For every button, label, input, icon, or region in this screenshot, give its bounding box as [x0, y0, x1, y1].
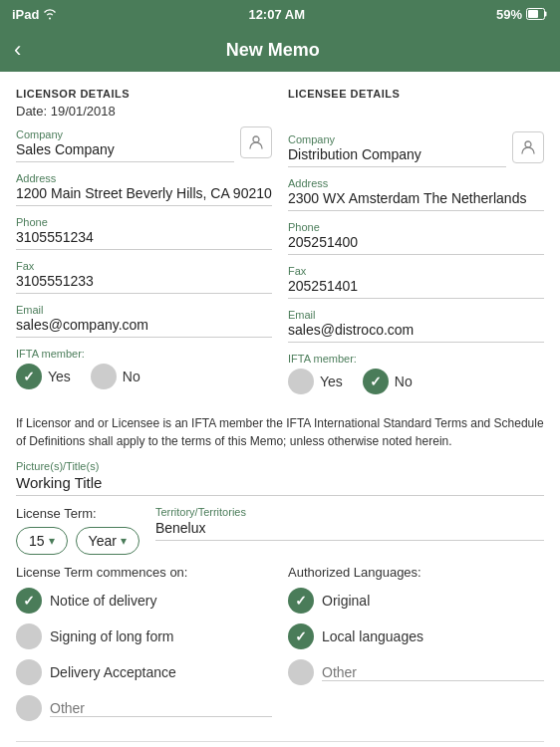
licensor-phone-label: Phone [16, 216, 272, 228]
svg-point-4 [525, 141, 531, 147]
status-right: 59% [496, 7, 548, 22]
licensee-company-value: Distribution Company [288, 146, 506, 167]
device-label: iPad [12, 7, 39, 22]
authorized-languages-title: Authorized Languages: [288, 565, 544, 580]
licensor-company-icon[interactable] [240, 126, 272, 158]
licensee-ifta-label: IFTA member: [288, 353, 544, 365]
check-local-circle [288, 623, 314, 649]
licensee-ifta-yes-label: Yes [320, 374, 343, 389]
check-signing-circle [16, 623, 42, 649]
licensor-fax-value: 3105551233 [16, 273, 272, 294]
licensee-email-group: Email sales@distroco.com [288, 309, 544, 343]
territory-value: Benelux [155, 520, 544, 541]
license-term-commences-title: License Term commences on: [16, 565, 272, 580]
licensee-address-group: Address 2300 WX Amsterdam The Netherland… [288, 177, 544, 211]
license-term-dropdowns: 15 ▾ Year ▾ [16, 527, 140, 555]
licensor-ifta-no-circle [91, 364, 117, 389]
licensee-ifta-group: IFTA member: Yes No [288, 353, 544, 394]
licensee-section-title: LICENSEE DETAILS [288, 88, 544, 100]
page-title: New Memo [31, 40, 514, 61]
check-original[interactable]: Original [288, 588, 544, 614]
licensee-address-label: Address [288, 177, 544, 189]
status-left: iPad [12, 7, 57, 22]
license-term-label: License Term: [16, 506, 140, 521]
licensee-ifta-yes[interactable]: Yes [288, 369, 343, 394]
licensor-ifta-yes-circle [16, 364, 42, 389]
licensor-ifta-yes-label: Yes [48, 369, 71, 384]
wifi-icon [43, 8, 57, 20]
territory-label: Territory/Territories [155, 506, 544, 518]
check-other-lang-circle [288, 659, 314, 685]
licensee-email-value: sales@distroco.com [288, 322, 544, 343]
check-original-circle [288, 588, 314, 614]
check-signing-long-form[interactable]: Signing of long form [16, 623, 272, 649]
licensor-ifta-label: IFTA member: [16, 348, 272, 360]
licensor-company-value: Sales Company [16, 141, 234, 162]
licensee-column: LICENSEE DETAILS Company Distribution Co… [288, 88, 544, 404]
licensor-date: Date: 19/01/2018 [16, 104, 272, 119]
nav-bar: ‹ New Memo [0, 28, 560, 72]
licensee-fax-value: 205251401 [288, 278, 544, 299]
picture-title-label: Picture(s)/Title(s) [16, 460, 544, 472]
licensee-company-icon[interactable] [512, 131, 544, 163]
licensor-phone-value: 3105551234 [16, 229, 272, 250]
license-term-period-dropdown[interactable]: Year ▾ [76, 527, 140, 555]
licensor-phone-group: Phone 3105551234 [16, 216, 272, 250]
check-other-commences-input[interactable] [50, 700, 272, 717]
licensee-ifta-row: Yes No [288, 369, 544, 394]
licensor-email-group: Email sales@company.com [16, 304, 272, 338]
check-local-languages[interactable]: Local languages [288, 623, 544, 649]
status-bar: iPad 12:07 AM 59% [0, 0, 560, 28]
licensee-phone-label: Phone [288, 221, 544, 233]
license-term-period-value: Year [89, 533, 117, 549]
licensor-ifta-group: IFTA member: Yes No [16, 348, 272, 389]
licensor-email-value: sales@company.com [16, 317, 272, 338]
licensee-company-label: Company [288, 133, 506, 145]
svg-point-3 [253, 136, 259, 142]
licensor-section-title: LICENSOR DETAILS [16, 88, 272, 100]
divider [16, 741, 544, 742]
back-button[interactable]: ‹ [14, 37, 21, 63]
license-term-block: License Term: 15 ▾ Year ▾ [16, 506, 140, 555]
licensor-fax-label: Fax [16, 260, 272, 272]
license-term-number-value: 15 [29, 533, 45, 549]
licensor-email-label: Email [16, 304, 272, 316]
check-other-commences[interactable] [16, 695, 272, 721]
license-term-number-dropdown[interactable]: 15 ▾ [16, 527, 68, 555]
main-content: LICENSOR DETAILS Date: 19/01/2018 Compan… [0, 72, 560, 747]
licensor-fax-group: Fax 3105551233 [16, 260, 272, 294]
licensor-ifta-row: Yes No [16, 364, 272, 389]
check-notice-delivery-circle [16, 588, 42, 614]
check-other-lang-input[interactable] [322, 664, 544, 681]
licensee-ifta-no-circle [363, 369, 389, 394]
licensee-phone-group: Phone 205251400 [288, 221, 544, 255]
ifta-disclaimer: If Licensor and or Licensee is an IFTA m… [16, 414, 544, 450]
check-delivery-label: Delivery Acceptance [50, 664, 176, 680]
licensor-company-group: Company Sales Company [16, 126, 272, 162]
licensee-ifta-no-label: No [395, 374, 413, 389]
licensor-ifta-yes[interactable]: Yes [16, 364, 71, 389]
check-other-languages[interactable] [288, 659, 544, 685]
licensor-column: LICENSOR DETAILS Date: 19/01/2018 Compan… [16, 88, 272, 404]
licensor-address-label: Address [16, 172, 272, 184]
battery-label: 59% [496, 7, 522, 22]
svg-rect-2 [544, 12, 546, 17]
licensor-ifta-no[interactable]: No [91, 364, 140, 389]
licensor-address-group: Address 1200 Main Street Beverly Hills, … [16, 172, 272, 206]
status-time: 12:07 AM [248, 7, 305, 22]
check-delivery-circle [16, 659, 42, 685]
licensor-ifta-no-label: No [123, 369, 140, 384]
territory-block: Territory/Territories Benelux [155, 506, 544, 541]
licensee-fax-label: Fax [288, 265, 544, 277]
battery-icon [526, 8, 548, 20]
license-term-commences-col: License Term commences on: Notice of del… [16, 565, 272, 731]
license-term-number-arrow: ▾ [49, 534, 55, 548]
licensor-company-label: Company [16, 128, 234, 140]
svg-rect-1 [528, 10, 538, 18]
check-local-label: Local languages [322, 628, 423, 644]
check-notice-delivery[interactable]: Notice of delivery [16, 588, 272, 614]
check-delivery-acceptance[interactable]: Delivery Acceptance [16, 659, 272, 685]
check-other-commences-circle [16, 695, 42, 721]
licensee-ifta-no[interactable]: No [363, 369, 413, 394]
licensee-address-value: 2300 WX Amsterdam The Netherlands [288, 190, 544, 211]
